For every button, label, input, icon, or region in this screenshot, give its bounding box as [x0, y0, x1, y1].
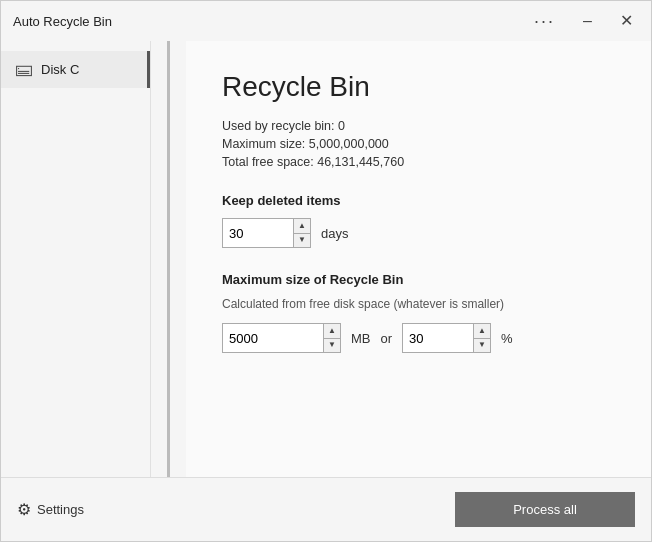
- keep-days-input[interactable]: [223, 219, 293, 247]
- info-free-space: Total free space: 46,131,445,760: [222, 155, 615, 169]
- percent-spinner-buttons: ▲ ▼: [473, 324, 490, 352]
- app-window: Auto Recycle Bin ··· – ✕ 🖴 Disk C Recycl…: [0, 0, 652, 542]
- mb-spinner-buttons: ▲ ▼: [323, 324, 340, 352]
- keep-section-header: Keep deleted items: [222, 193, 615, 208]
- app-title: Auto Recycle Bin: [13, 14, 112, 29]
- max-size-description: Calculated from free disk space (whateve…: [222, 297, 615, 311]
- max-size-section-header: Maximum size of Recycle Bin: [222, 272, 615, 287]
- sidebar-divider: [167, 41, 170, 477]
- or-label: or: [380, 331, 392, 346]
- settings-link[interactable]: ⚙ Settings: [17, 500, 84, 519]
- settings-label: Settings: [37, 502, 84, 517]
- more-options-button[interactable]: ···: [528, 9, 561, 34]
- process-all-button[interactable]: Process all: [455, 492, 635, 527]
- mb-decrement[interactable]: ▼: [324, 339, 340, 353]
- percent-spinner: ▲ ▼: [402, 323, 491, 353]
- title-bar: Auto Recycle Bin ··· – ✕: [1, 1, 651, 41]
- keep-days-spinner: ▲ ▼: [222, 218, 311, 248]
- panel-title: Recycle Bin: [222, 71, 615, 103]
- percent-increment[interactable]: ▲: [474, 324, 490, 339]
- keep-days-row: ▲ ▼ days: [222, 218, 615, 248]
- keep-days-increment[interactable]: ▲: [294, 219, 310, 234]
- keep-days-decrement[interactable]: ▼: [294, 234, 310, 248]
- close-button[interactable]: ✕: [614, 11, 639, 31]
- mb-increment[interactable]: ▲: [324, 324, 340, 339]
- percent-unit: %: [501, 331, 513, 346]
- footer: ⚙ Settings Process all: [1, 477, 651, 541]
- title-bar-left: Auto Recycle Bin: [13, 14, 112, 29]
- percent-input[interactable]: [403, 324, 473, 352]
- max-size-row: ▲ ▼ MB or ▲ ▼ %: [222, 323, 615, 353]
- sidebar-item-disk-c[interactable]: 🖴 Disk C: [1, 51, 150, 88]
- main-panel: Recycle Bin Used by recycle bin: 0 Maxim…: [186, 41, 651, 477]
- minimize-button[interactable]: –: [577, 11, 598, 31]
- disk-icon: 🖴: [15, 59, 33, 80]
- sidebar: 🖴 Disk C: [1, 41, 151, 477]
- settings-gear-icon: ⚙: [17, 500, 31, 519]
- mb-input[interactable]: [223, 324, 323, 352]
- mb-spinner: ▲ ▼: [222, 323, 341, 353]
- title-bar-controls: ··· – ✕: [528, 9, 639, 34]
- content-area: 🖴 Disk C Recycle Bin Used by recycle bin…: [1, 41, 651, 477]
- sidebar-item-label: Disk C: [41, 62, 79, 77]
- keep-days-unit: days: [321, 226, 348, 241]
- percent-decrement[interactable]: ▼: [474, 339, 490, 353]
- keep-days-spinner-buttons: ▲ ▼: [293, 219, 310, 247]
- mb-unit: MB: [351, 331, 371, 346]
- info-max-size: Maximum size: 5,000,000,000: [222, 137, 615, 151]
- info-used: Used by recycle bin: 0: [222, 119, 615, 133]
